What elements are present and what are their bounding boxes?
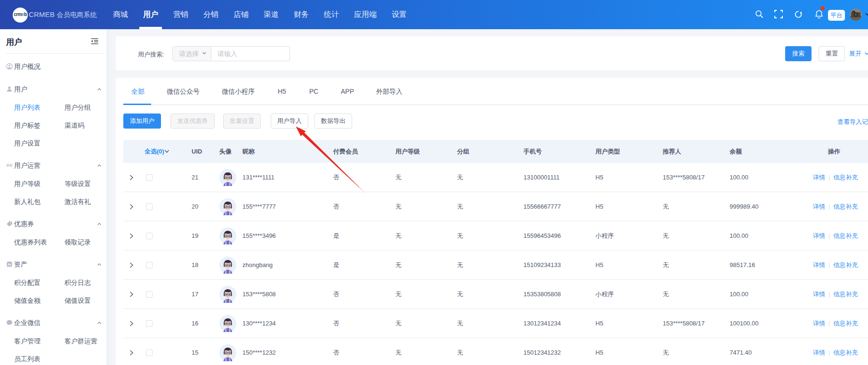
svg-text:in: in [8,262,11,267]
